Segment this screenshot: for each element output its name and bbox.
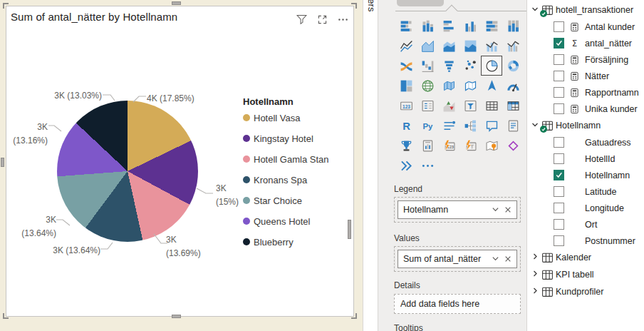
report-canvas[interactable]: Sum of antal_nätter by Hotellnamn: [0, 0, 363, 331]
shape-map-icon[interactable]: [459, 76, 481, 96]
pie-chart-visual[interactable]: Sum of antal_nätter by Hotellnamn: [6, 6, 354, 317]
table-icon[interactable]: [481, 96, 502, 116]
field-checkbox[interactable]: [554, 186, 564, 197]
multi-row-card-icon[interactable]: [417, 96, 438, 116]
field-row-antal_nätter[interactable]: Σantal_nätter: [527, 35, 644, 51]
field-row-Unika kunder[interactable]: Unika kunder: [527, 101, 644, 117]
filters-pane-collapsed[interactable]: Filters: [363, 0, 378, 331]
decomposition-tree-icon[interactable]: [459, 116, 481, 136]
legend-item[interactable]: Hotell Gamla Stan: [243, 152, 329, 166]
chevron-down-icon[interactable]: [492, 203, 499, 216]
metrics-icon[interactable]: [395, 136, 417, 156]
table-row-Kundprofiler[interactable]: Kundprofiler: [527, 283, 644, 300]
smart-narrative-icon[interactable]: [502, 116, 524, 136]
table-row-Kalender[interactable]: Kalender: [527, 249, 644, 266]
field-checkbox[interactable]: [554, 54, 564, 65]
new-slicer-icon[interactable]: [438, 116, 459, 136]
hundred-stacked-column-chart-icon[interactable]: [502, 16, 524, 36]
values-well[interactable]: Sum of antal_nätter: [394, 246, 521, 272]
ribbon-chart-icon[interactable]: [395, 56, 417, 76]
field-checkbox[interactable]: [554, 71, 564, 81]
area-chart-icon[interactable]: [417, 36, 438, 56]
field-row-HotellId[interactable]: HotellId: [527, 151, 644, 167]
field-row-Nätter[interactable]: Nätter: [527, 68, 644, 84]
visual-scrollbar-thumb[interactable]: [348, 220, 351, 239]
pie-chart-plot[interactable]: [57, 101, 198, 242]
table-row-KPI tabell[interactable]: KPI tabell: [527, 266, 644, 283]
selection-handle-bottom-right[interactable]: [351, 313, 357, 319]
stacked-column-chart-icon[interactable]: [417, 16, 438, 36]
table-row-Hotellnamn[interactable]: Hotellnamn: [527, 117, 644, 134]
hundred-stacked-area-chart-icon[interactable]: [459, 36, 481, 56]
field-checkbox[interactable]: [554, 219, 564, 230]
field-checkbox[interactable]: [554, 170, 564, 180]
field-checkbox[interactable]: [554, 103, 564, 114]
filter-icon[interactable]: [296, 14, 308, 26]
field-row-Gatuadress[interactable]: Gatuadress: [527, 134, 644, 151]
more-visuals-icon[interactable]: [417, 156, 438, 175]
selection-handle-top-left[interactable]: [3, 3, 9, 9]
paginated-report-icon[interactable]: [417, 136, 438, 156]
selection-handle-bottom[interactable]: [172, 315, 181, 318]
field-row-Ort[interactable]: Ort: [527, 216, 644, 233]
power-apps-visual-icon[interactable]: 123: [438, 136, 459, 156]
power-automate-icon[interactable]: [395, 156, 417, 175]
legend-well[interactable]: Hotellnamn: [394, 197, 521, 223]
field-checkbox[interactable]: [554, 21, 564, 32]
waterfall-chart-icon[interactable]: [417, 56, 438, 76]
details-well-dropzone[interactable]: Add data fields here: [394, 294, 521, 314]
panel-grab-handle[interactable]: [397, 0, 444, 6]
field-checkbox[interactable]: [554, 137, 564, 148]
legend-item[interactable]: Queens Hotel: [243, 214, 311, 228]
power-automate-visual-icon[interactable]: [459, 136, 481, 156]
funnel-chart-icon[interactable]: [438, 56, 459, 76]
field-row-Latitude[interactable]: Latitude: [527, 183, 644, 200]
line-chart-icon[interactable]: [395, 36, 417, 56]
arcgis-map-icon[interactable]: [481, 136, 502, 156]
table-row-hotell_transaktioner[interactable]: hotell_transaktioner: [527, 1, 644, 19]
chevron-down-icon[interactable]: [531, 4, 539, 16]
filled-map-icon[interactable]: [438, 76, 459, 96]
q-and-a-icon[interactable]: [481, 116, 502, 136]
gauge-icon[interactable]: [502, 76, 524, 96]
map-icon[interactable]: [417, 76, 438, 96]
field-checkbox[interactable]: [554, 153, 564, 164]
r-script-visual-icon[interactable]: R: [395, 116, 417, 136]
field-row-Postnummer[interactable]: Postnummer: [527, 233, 644, 249]
chevron-down-icon[interactable]: [492, 253, 499, 265]
remove-field-icon[interactable]: [504, 253, 511, 265]
legend-item[interactable]: Kronans Spa: [243, 173, 307, 187]
legend-item[interactable]: Kingstay Hotel: [243, 131, 313, 146]
legend-item[interactable]: Hotell Vasa: [243, 111, 301, 125]
selection-handle-top-right[interactable]: [351, 3, 357, 9]
remove-field-icon[interactable]: [504, 203, 511, 216]
field-checkbox[interactable]: [554, 38, 564, 49]
hundred-stacked-bar-chart-icon[interactable]: [481, 16, 502, 36]
legend-item[interactable]: Blueberry: [243, 235, 294, 249]
field-checkbox[interactable]: [554, 203, 564, 213]
focus-mode-icon[interactable]: [316, 14, 328, 26]
stacked-bar-chart-icon[interactable]: [395, 16, 417, 36]
matrix-icon[interactable]: [502, 96, 524, 116]
azure-map-icon[interactable]: [481, 76, 502, 96]
pie-chart-icon[interactable]: [481, 56, 502, 76]
chevron-right-icon[interactable]: [531, 251, 539, 264]
clustered-bar-chart-icon[interactable]: [438, 16, 459, 36]
field-checkbox[interactable]: [554, 87, 564, 98]
field-row-Rapportnamn[interactable]: Rapportnamn: [527, 84, 644, 101]
scatter-chart-icon[interactable]: [459, 56, 481, 76]
line-and-stacked-column-chart-icon[interactable]: [481, 36, 502, 56]
clustered-column-chart-icon[interactable]: [459, 16, 481, 36]
slicer-icon[interactable]: [459, 96, 481, 116]
field-row-Antal kunder[interactable]: Antal kunder: [527, 19, 644, 35]
values-field-pill[interactable]: Sum of antal_nätter: [398, 250, 517, 268]
donut-chart-icon[interactable]: [502, 56, 524, 76]
selection-handle-top[interactable]: [172, 1, 181, 5]
stacked-area-chart-icon[interactable]: [438, 36, 459, 56]
field-row-Hotellnamn[interactable]: Hotellnamn: [527, 167, 644, 183]
card-icon[interactable]: 123: [395, 96, 417, 116]
line-and-clustered-column-chart-icon[interactable]: [502, 36, 524, 56]
legend-item[interactable]: Star Choice: [243, 193, 302, 208]
selection-handle-left[interactable]: [1, 158, 4, 167]
more-options-icon[interactable]: [337, 14, 349, 26]
